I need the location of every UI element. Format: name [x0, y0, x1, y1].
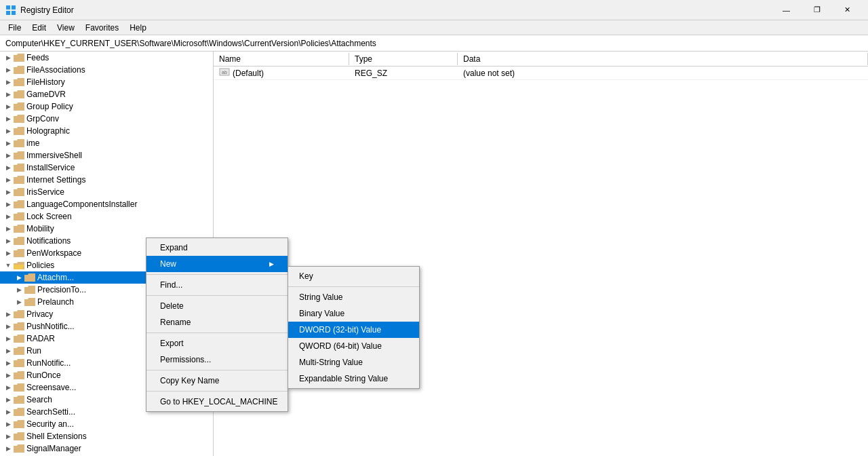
expand-icon: ▶	[3, 431, 14, 442]
context-menu-rename[interactable]: Rename	[146, 314, 288, 330]
context-menu-find[interactable]: Find...	[146, 277, 288, 293]
folder-selected-icon	[24, 273, 35, 282]
context-menu-separator-5	[146, 391, 288, 392]
folder-icon	[14, 163, 24, 172]
submenu-separator-1	[288, 286, 419, 287]
context-menu-expand[interactable]: Expand	[146, 240, 288, 256]
svg-rect-2	[6, 11, 10, 15]
context-menu-copy-key-name[interactable]: Copy Key Name	[146, 373, 288, 389]
svg-rect-1	[12, 5, 16, 10]
context-menu-goto-hklm[interactable]: Go to HKEY_LOCAL_MACHINE	[146, 394, 288, 410]
svg-rect-0	[6, 5, 10, 10]
tree-item-installservice[interactable]: ▶ InstallService	[0, 162, 213, 174]
expand-icon: ▶	[3, 321, 14, 332]
tree-item-irisservice[interactable]: ▶ IrisService	[0, 186, 213, 198]
submenu-binary-value[interactable]: Binary Value	[288, 305, 419, 322]
expand-icon: ▶	[3, 419, 14, 430]
context-menu-delete[interactable]: Delete	[146, 298, 288, 314]
folder-icon	[14, 126, 24, 136]
folder-icon	[14, 370, 24, 380]
folder-icon	[14, 334, 24, 343]
tree-item-shellextensions[interactable]: ▶ Shell Extensions	[0, 430, 213, 442]
default-value-icon: ab	[219, 67, 230, 79]
tree-item-filehistory[interactable]: ▶ FileHistory	[0, 76, 213, 88]
folder-icon	[14, 90, 24, 99]
folder-icon	[14, 309, 24, 319]
folder-icon	[14, 224, 24, 233]
expand-icon: ▶	[3, 394, 14, 405]
context-menu-separator-1	[146, 274, 288, 275]
folder-icon	[14, 212, 24, 221]
tree-item-immersiveshell[interactable]: ▶ ImmersiveShell	[0, 149, 213, 162]
expand-icon: ▶	[3, 443, 14, 454]
right-panel-header: Name Type Data	[214, 52, 868, 66]
folder-icon	[14, 151, 24, 160]
submenu-expandable-string-value[interactable]: Expandable String Value	[288, 370, 419, 387]
expand-icon: ▶	[3, 187, 14, 197]
tree-item-grouppolicy[interactable]: ▶ Group Policy	[0, 100, 213, 113]
folder-icon	[14, 419, 24, 429]
svg-rect-3	[12, 11, 16, 15]
title-bar: Registry Editor — ❐ ✕	[0, 0, 868, 20]
menu-file[interactable]: File	[3, 22, 26, 34]
context-menu-export[interactable]: Export	[146, 335, 288, 352]
svg-text:ab: ab	[222, 70, 227, 75]
expand-icon: ▶	[3, 223, 14, 234]
expand-icon: ▶	[3, 138, 14, 149]
folder-icon	[14, 346, 24, 356]
tree-item-mobility[interactable]: ▶ Mobility	[0, 223, 213, 235]
tree-item-internetsettings[interactable]: ▶ Internet Settings	[0, 174, 213, 186]
expand-icon: ▶	[3, 52, 14, 63]
folder-icon	[14, 187, 24, 197]
expand-icon: ▶	[3, 235, 14, 246]
submenu-string-value[interactable]: String Value	[288, 289, 419, 305]
maximize-button[interactable]: ❐	[802, 0, 832, 20]
menu-bar: File Edit View Favorites Help	[0, 20, 868, 35]
submenu-qword-value[interactable]: QWORD (64-bit) Value	[288, 338, 419, 354]
tree-item-signalmanager[interactable]: ▶ SignalManager	[0, 442, 213, 455]
tree-item-feeds[interactable]: ▶ Feeds	[0, 52, 213, 64]
context-menu-new[interactable]: New	[146, 256, 288, 272]
column-header-data: Data	[458, 53, 868, 65]
submenu-key[interactable]: Key	[288, 268, 419, 284]
menu-help[interactable]: Help	[124, 22, 152, 34]
folder-icon	[14, 383, 24, 392]
folder-icon	[24, 297, 35, 307]
expand-icon: ▶	[3, 150, 14, 161]
folder-icon	[14, 248, 24, 258]
folder-icon	[14, 53, 24, 62]
menu-view[interactable]: View	[52, 22, 80, 34]
folder-icon	[14, 102, 24, 111]
address-path: Computer\HKEY_CURRENT_USER\Software\Micr…	[5, 39, 376, 48]
folder-icon	[14, 114, 24, 124]
close-button[interactable]: ✕	[832, 0, 863, 20]
column-header-type: Type	[349, 53, 458, 65]
submenu: Key String Value Binary Value DWORD (32-…	[288, 266, 420, 389]
minimize-button[interactable]: —	[771, 0, 802, 20]
tree-item-fileassociations[interactable]: ▶ FileAssociations	[0, 64, 213, 76]
tree-item-holographic[interactable]: ▶ Holographic	[0, 125, 213, 137]
tree-item-lockscreen[interactable]: ▶ Lock Screen	[0, 210, 213, 223]
data-row-default[interactable]: ab (Default) REG_SZ (value not set)	[214, 66, 868, 80]
context-menu-permissions[interactable]: Permissions...	[146, 352, 288, 368]
expand-icon: ▼	[3, 260, 14, 271]
tree-item-languagecomponents[interactable]: ▶ LanguageComponentsInstaller	[0, 198, 213, 210]
submenu-multi-string-value[interactable]: Multi-String Value	[288, 354, 419, 370]
expand-icon: ▶	[3, 174, 14, 185]
folder-icon	[14, 65, 24, 75]
data-cell-data: (value not set)	[458, 67, 868, 79]
column-header-name: Name	[214, 53, 349, 65]
tree-item-ime[interactable]: ▶ ime	[0, 137, 213, 149]
tree-item-gamedvr[interactable]: ▶ GameDVR	[0, 88, 213, 100]
context-menu-separator-3	[146, 332, 288, 333]
submenu-dword-value[interactable]: DWORD (32-bit) Value	[288, 322, 419, 338]
expand-icon: ▶	[3, 248, 14, 259]
expand-icon: ▶	[3, 126, 14, 136]
menu-edit[interactable]: Edit	[26, 22, 52, 34]
menu-favorites[interactable]: Favorites	[80, 22, 124, 34]
expand-icon: ▶	[3, 199, 14, 210]
tree-item-security[interactable]: ▶ Security an...	[0, 418, 213, 430]
data-cell-type: REG_SZ	[349, 67, 458, 79]
expand-icon: ▶	[3, 333, 14, 344]
tree-item-grpconv[interactable]: ▶ GrpConv	[0, 113, 213, 125]
